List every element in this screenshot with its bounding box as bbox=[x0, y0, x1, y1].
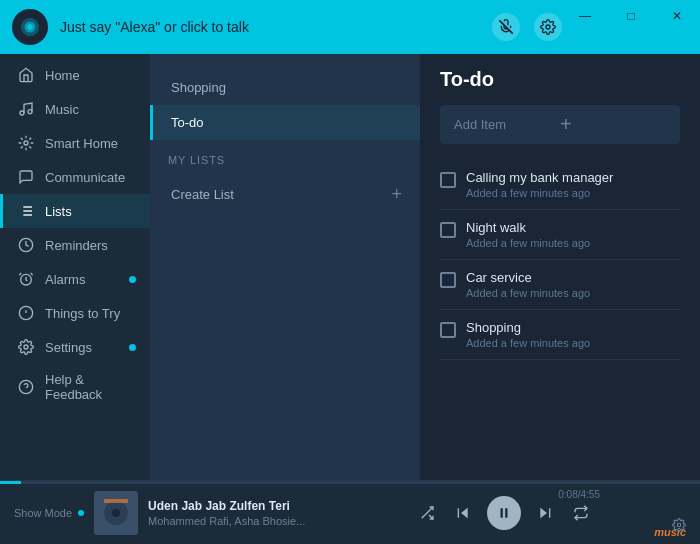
music-icon bbox=[17, 100, 35, 118]
sidebar-label-settings: Settings bbox=[45, 340, 92, 355]
sidebar-label-music: Music bbox=[45, 102, 79, 117]
todo-checkbox-1[interactable] bbox=[440, 172, 456, 188]
progress-area bbox=[0, 481, 700, 484]
mid-item-shopping[interactable]: Shopping bbox=[150, 70, 420, 105]
shuffle-button[interactable] bbox=[415, 501, 439, 525]
sidebar-label-help: Help & Feedback bbox=[45, 372, 136, 402]
sidebar-item-alarms[interactable]: Alarms bbox=[0, 262, 150, 296]
todo-text-4: Shopping Added a few minutes ago bbox=[466, 320, 680, 349]
topbar-title: Just say "Alexa" or click to talk bbox=[60, 19, 249, 35]
todo-item-subtitle: Added a few minutes ago bbox=[466, 237, 680, 249]
svg-point-6 bbox=[28, 110, 32, 114]
topbar: Just say "Alexa" or click to talk — □ ✕ bbox=[0, 0, 700, 54]
sidebar-label-smart-home: Smart Home bbox=[45, 136, 118, 151]
mid-item-shopping-label: Shopping bbox=[171, 80, 226, 95]
add-item-placeholder: Add Item bbox=[454, 117, 560, 132]
alarms-icon bbox=[17, 270, 35, 288]
table-row: Calling my bank manager Added a few minu… bbox=[440, 160, 680, 210]
close-button[interactable]: ✕ bbox=[654, 0, 700, 32]
next-button[interactable] bbox=[533, 501, 557, 525]
right-panel: To-do Add Item + Calling my bank manager… bbox=[420, 54, 700, 480]
svg-point-7 bbox=[24, 141, 28, 145]
settings-icon[interactable] bbox=[534, 13, 562, 41]
maximize-button[interactable]: □ bbox=[608, 0, 654, 32]
show-mode-label: Show Mode bbox=[14, 507, 72, 519]
sidebar-item-help[interactable]: Help & Feedback bbox=[0, 364, 150, 410]
table-row: Car service Added a few minutes ago bbox=[440, 260, 680, 310]
things-icon bbox=[17, 304, 35, 322]
notification-dot bbox=[129, 344, 136, 351]
todo-item-subtitle: Added a few minutes ago bbox=[466, 287, 680, 299]
repeat-button[interactable] bbox=[569, 501, 593, 525]
create-list-label: Create List bbox=[171, 187, 234, 202]
alexa-logo bbox=[12, 9, 48, 45]
sidebar-item-things-to-try[interactable]: Things to Try bbox=[0, 296, 150, 330]
sidebar: Home Music Smart Home Communicate Lists … bbox=[0, 54, 150, 480]
svg-rect-31 bbox=[505, 508, 507, 517]
sidebar-item-settings[interactable]: Settings bbox=[0, 330, 150, 364]
todo-list: Calling my bank manager Added a few minu… bbox=[440, 160, 680, 360]
mid-item-todo-label: To-do bbox=[171, 115, 204, 130]
todo-checkbox-2[interactable] bbox=[440, 222, 456, 238]
music-player: Show Mode Uden Jab Jab Zulfen Teri Moham… bbox=[0, 480, 700, 544]
topbar-icons bbox=[492, 13, 562, 41]
show-mode-button[interactable]: Show Mode bbox=[14, 507, 84, 519]
progress-fill bbox=[0, 481, 21, 484]
sidebar-label-alarms: Alarms bbox=[45, 272, 85, 287]
progress-background bbox=[0, 481, 700, 484]
help-icon bbox=[17, 378, 35, 396]
add-item-plus-icon: + bbox=[560, 113, 666, 136]
sidebar-item-reminders[interactable]: Reminders bbox=[0, 228, 150, 262]
show-mode-dot bbox=[78, 510, 84, 516]
todo-checkbox-3[interactable] bbox=[440, 272, 456, 288]
lists-icon bbox=[17, 202, 35, 220]
todo-item-title: Shopping bbox=[466, 320, 680, 335]
sidebar-item-home[interactable]: Home bbox=[0, 58, 150, 92]
smarthome-icon bbox=[17, 134, 35, 152]
svg-point-5 bbox=[20, 111, 24, 115]
todo-item-subtitle: Added a few minutes ago bbox=[466, 187, 680, 199]
home-icon bbox=[17, 66, 35, 84]
sidebar-item-music[interactable]: Music bbox=[0, 92, 150, 126]
notification-dot bbox=[129, 276, 136, 283]
svg-point-24 bbox=[112, 509, 120, 517]
sidebar-label-communicate: Communicate bbox=[45, 170, 125, 185]
sidebar-item-smart-home[interactable]: Smart Home bbox=[0, 126, 150, 160]
sidebar-label-home: Home bbox=[45, 68, 80, 83]
table-row: Shopping Added a few minutes ago bbox=[440, 310, 680, 360]
reminders-icon bbox=[17, 236, 35, 254]
mid-item-todo[interactable]: To-do bbox=[150, 105, 420, 140]
communicate-icon bbox=[17, 168, 35, 186]
svg-rect-25 bbox=[104, 499, 128, 503]
player-controls bbox=[321, 496, 686, 530]
table-row: Night walk Added a few minutes ago bbox=[440, 210, 680, 260]
middle-panel: Shopping To-do MY LISTS Create List + bbox=[150, 54, 420, 480]
prev-button[interactable] bbox=[451, 501, 475, 525]
song-title: Uden Jab Jab Zulfen Teri bbox=[148, 499, 305, 513]
sidebar-item-communicate[interactable]: Communicate bbox=[0, 160, 150, 194]
todo-checkbox-4[interactable] bbox=[440, 322, 456, 338]
song-artist: Mohammed Rafi, Asha Bhosie... bbox=[148, 515, 305, 527]
minimize-button[interactable]: — bbox=[562, 0, 608, 32]
sidebar-item-lists[interactable]: Lists bbox=[0, 194, 150, 228]
todo-item-subtitle: Added a few minutes ago bbox=[466, 337, 680, 349]
main-layout: Home Music Smart Home Communicate Lists … bbox=[0, 54, 700, 480]
todo-text-3: Car service Added a few minutes ago bbox=[466, 270, 680, 299]
sidebar-label-lists: Lists bbox=[45, 204, 72, 219]
svg-point-2 bbox=[27, 24, 33, 30]
svg-marker-28 bbox=[461, 507, 468, 518]
sidebar-label-reminders: Reminders bbox=[45, 238, 108, 253]
svg-marker-32 bbox=[540, 507, 547, 518]
add-item-bar[interactable]: Add Item + bbox=[440, 105, 680, 144]
svg-point-19 bbox=[24, 345, 28, 349]
todo-title: To-do bbox=[440, 68, 680, 91]
pause-button[interactable] bbox=[487, 496, 521, 530]
create-list-item[interactable]: Create List + bbox=[150, 174, 420, 215]
settings-icon bbox=[17, 338, 35, 356]
gear-icon[interactable] bbox=[672, 518, 686, 536]
create-list-plus-icon: + bbox=[391, 184, 402, 205]
todo-text-1: Calling my bank manager Added a few minu… bbox=[466, 170, 680, 199]
window-controls: — □ ✕ bbox=[562, 0, 700, 32]
todo-text-2: Night walk Added a few minutes ago bbox=[466, 220, 680, 249]
mic-muted-icon[interactable] bbox=[492, 13, 520, 41]
